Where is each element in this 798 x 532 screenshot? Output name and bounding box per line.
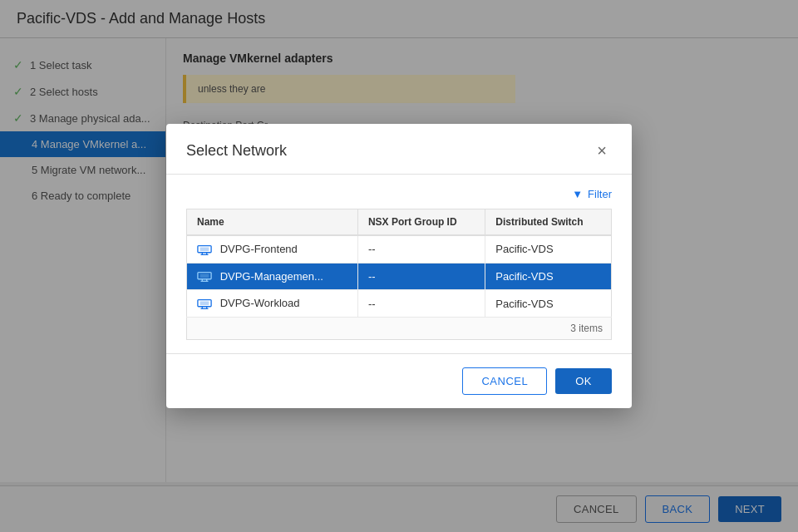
cell-name: DVPG-Managemen... — [187, 263, 358, 290]
cell-name: DVPG-Frontend — [187, 235, 358, 263]
modal-overlay: Select Network × ▼ Filter Name — [0, 0, 798, 532]
cell-switch: Pacific-VDS — [485, 290, 612, 318]
select-network-modal: Select Network × ▼ Filter Name — [166, 124, 632, 408]
cell-nsx: -- — [357, 263, 485, 290]
table-header-row: Name NSX Port Group ID Distributed Switc… — [187, 209, 612, 236]
network-icon — [197, 270, 217, 283]
filter-bar[interactable]: ▼ Filter — [186, 188, 612, 200]
page-background: Pacific-VDS - Add and Manage Hosts ✓ 1 S… — [0, 0, 798, 532]
modal-close-button[interactable]: × — [592, 140, 612, 160]
network-name: DVPG-Frontend — [220, 243, 298, 255]
cell-switch: Pacific-VDS — [485, 263, 612, 290]
modal-title: Select Network — [186, 142, 287, 160]
cell-nsx: -- — [357, 235, 485, 263]
cell-name: DVPG-Workload — [187, 290, 358, 318]
table-row[interactable]: DVPG-Frontend -- Pacific-VDS — [187, 235, 612, 263]
network-name: DVPG-Managemen... — [220, 270, 323, 283]
table-row[interactable]: DVPG-Managemen... -- Pacific-VDS — [187, 263, 612, 290]
filter-icon: ▼ — [572, 188, 583, 200]
col-name: Name — [187, 209, 358, 236]
table-item-count: 3 items — [186, 318, 612, 340]
col-switch: Distributed Switch — [485, 209, 612, 236]
svg-rect-6 — [200, 274, 209, 278]
modal-cancel-button[interactable]: CANCEL — [462, 367, 547, 395]
table-row[interactable]: DVPG-Workload -- Pacific-VDS — [187, 290, 612, 318]
network-table: Name NSX Port Group ID Distributed Switc… — [186, 209, 612, 318]
network-icon — [197, 297, 217, 309]
modal-body: ▼ Filter Name NSX Port Group ID — [166, 175, 632, 353]
modal-header: Select Network × — [166, 124, 632, 175]
modal-footer: CANCEL OK — [166, 353, 632, 408]
network-name: DVPG-Workload — [220, 297, 300, 309]
cell-switch: Pacific-VDS — [485, 235, 612, 263]
filter-label: Filter — [588, 188, 612, 200]
col-nsx: NSX Port Group ID — [357, 209, 485, 236]
network-icon — [197, 243, 217, 255]
cell-nsx: -- — [357, 290, 485, 318]
modal-ok-button[interactable]: OK — [555, 368, 612, 394]
svg-rect-1 — [200, 247, 209, 251]
svg-rect-11 — [200, 301, 209, 305]
